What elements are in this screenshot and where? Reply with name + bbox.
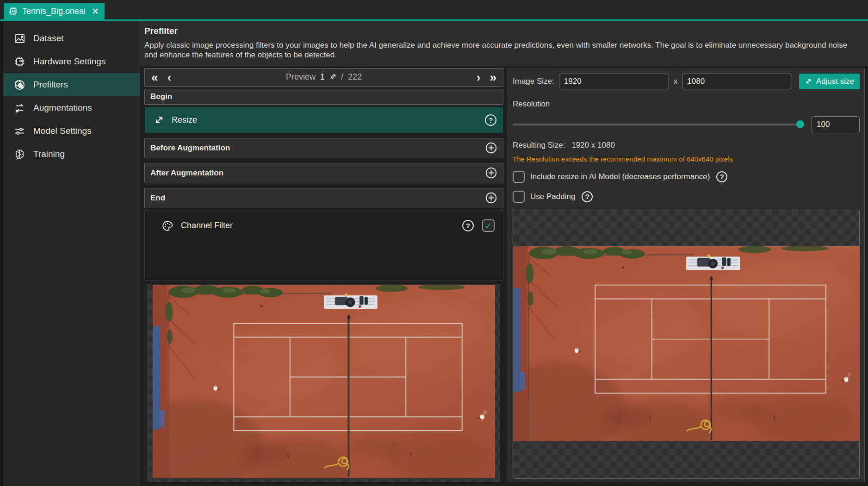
original-preview-image — [153, 285, 495, 478]
resolution-slider[interactable] — [513, 120, 804, 129]
resolution-label: Resolution — [513, 100, 860, 109]
current-image-number: 1 — [320, 72, 325, 82]
section-end: End — [144, 188, 503, 208]
edit-pencil-icon[interactable]: ✎ — [329, 72, 336, 82]
resize-arrows-icon — [805, 77, 812, 85]
sidebar-item-model-settings[interactable]: Model Settings — [3, 119, 140, 143]
tab-title: Tennis_Big.oneai — [22, 6, 86, 16]
swap-arrows-icon — [13, 102, 26, 114]
add-filter-icon[interactable] — [485, 167, 497, 179]
use-padding-checkbox[interactable] — [513, 191, 525, 203]
svg-text:AI: AI — [12, 9, 15, 13]
sidebar-item-label: Training — [33, 149, 65, 159]
preview-label: Preview — [286, 72, 316, 82]
sidebar-item-hardware-settings[interactable]: Hardware Settings — [3, 50, 140, 73]
add-filter-icon[interactable] — [485, 192, 497, 204]
image-width-input[interactable] — [559, 74, 669, 89]
help-icon[interactable]: ? — [462, 220, 474, 231]
page-header: Prefilter Apply classic image processing… — [140, 21, 868, 66]
adjust-size-label: Adjust size — [816, 77, 854, 86]
resize-arrows-icon — [153, 114, 165, 126]
resolution-value-input[interactable] — [812, 116, 860, 133]
resize-settings-panel: Image Size: x Adjust size Resolution — [507, 68, 865, 483]
image-height-input[interactable] — [682, 74, 792, 89]
resulting-size-value: 1920 x 1080 — [571, 141, 615, 150]
sidebar-item-training[interactable]: Training — [3, 143, 140, 166]
original-preview-container — [148, 284, 500, 483]
include-resize-checkbox[interactable] — [513, 171, 525, 183]
section-label: Begin — [150, 92, 172, 101]
end-filters-container: Channel Filter ? ✓ — [144, 210, 503, 280]
preview-nav-bar: « ‹ Preview 1 ✎ / 222 › » — [144, 68, 503, 87]
resolution-slider-thumb[interactable] — [796, 120, 804, 128]
adjust-size-button[interactable]: Adjust size — [799, 74, 860, 89]
sidebar-item-label: Hardware Settings — [33, 56, 105, 67]
chip-icon — [13, 56, 26, 68]
filter-label: Resize — [172, 115, 197, 125]
sidebar-item-label: Dataset — [33, 33, 63, 44]
include-resize-label: Include resize in AI Model (decreases pe… — [530, 172, 710, 181]
document-tab[interactable]: AI Tennis_Big.oneai ✕ — [4, 3, 105, 19]
last-page-button[interactable]: » — [490, 71, 496, 83]
close-icon[interactable]: ✕ — [92, 6, 99, 17]
sidebar-item-augmentations[interactable]: Augmentations — [3, 96, 140, 119]
filter-item-channel-filter[interactable]: Channel Filter ? ✓ — [151, 214, 496, 237]
resolution-warning: The Resolution exceeds the recommended m… — [513, 155, 860, 163]
resulting-size-label: Resulting Size: — [513, 141, 565, 150]
palette-icon — [161, 220, 174, 232]
sidebar: Dataset Hardware Settings Prefilters — [0, 21, 140, 486]
checkmark-icon: ✓ — [484, 221, 492, 231]
slider-track — [513, 124, 804, 125]
image-icon — [13, 32, 26, 45]
section-label: Before Augmentation — [150, 143, 230, 153]
sidebar-item-prefilters[interactable]: Prefilters — [3, 73, 140, 96]
section-label: End — [150, 193, 165, 203]
page-description: Apply classic image processing filters t… — [144, 40, 860, 60]
use-padding-label: Use Padding — [530, 192, 575, 201]
channel-filter-checkbox[interactable]: ✓ — [482, 219, 495, 232]
help-icon[interactable]: ? — [485, 114, 496, 126]
sidebar-item-dataset[interactable]: Dataset — [3, 27, 140, 50]
total-images: 222 — [348, 72, 362, 82]
next-page-button[interactable]: › — [477, 71, 481, 83]
first-page-button[interactable]: « — [151, 71, 158, 83]
add-filter-icon[interactable] — [485, 142, 497, 154]
page-title: Prefilter — [144, 26, 860, 36]
resized-preview-image — [513, 246, 859, 441]
sidebar-item-label: Model Settings — [33, 126, 92, 136]
help-icon[interactable]: ? — [716, 171, 727, 182]
sidebar-item-label: Augmentations — [33, 103, 92, 113]
section-label: After Augmentation — [150, 168, 223, 178]
lens-filter-icon — [13, 79, 26, 91]
sliders-icon — [13, 125, 26, 137]
image-size-label: Image Size: — [513, 77, 554, 86]
sidebar-item-label: Prefilters — [33, 80, 68, 90]
section-after-augmentation: After Augmentation — [144, 163, 503, 183]
prefilter-pipeline-panel: « ‹ Preview 1 ✎ / 222 › » — [144, 68, 503, 483]
previous-page-button[interactable]: ‹ — [167, 71, 171, 83]
tab-bar: AI Tennis_Big.oneai ✕ — [0, 0, 868, 21]
resized-preview-container — [513, 209, 860, 479]
brain-icon — [13, 148, 26, 161]
size-x-separator: x — [674, 77, 678, 86]
filter-item-resize[interactable]: Resize ? — [144, 107, 503, 133]
filter-label: Channel Filter — [181, 221, 233, 231]
page-separator: / — [341, 72, 343, 82]
help-icon[interactable]: ? — [582, 191, 593, 202]
section-before-augmentation: Before Augmentation — [144, 138, 503, 158]
section-begin: Begin — [144, 89, 503, 105]
ai-chip-icon: AI — [8, 6, 18, 16]
